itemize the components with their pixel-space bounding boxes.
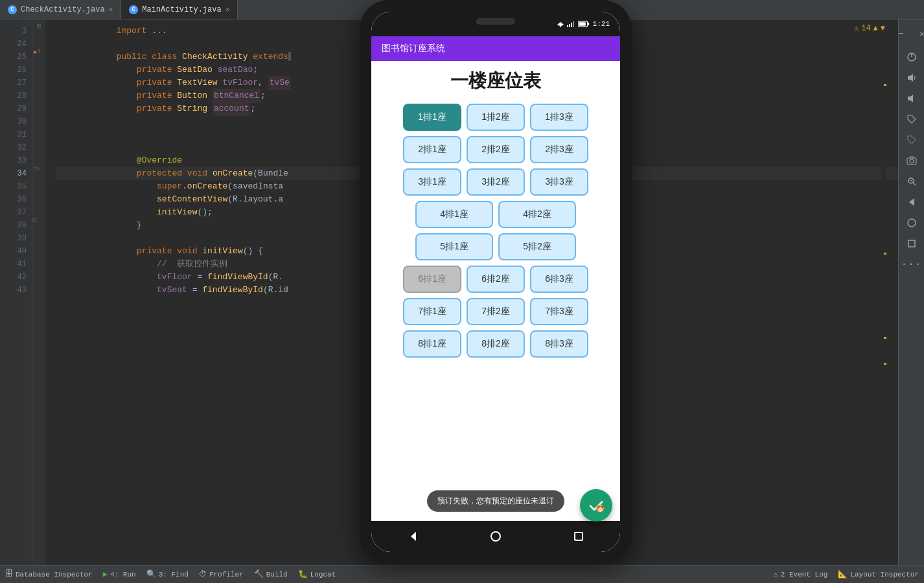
home-nav-button[interactable]	[903, 214, 921, 232]
build-label: Build	[266, 571, 288, 578]
seat-4-2[interactable]: 4排2座	[498, 201, 576, 228]
logcat-icon: 🐛	[298, 569, 308, 579]
profiler-label: Profiler	[209, 571, 244, 578]
erase-button[interactable]	[903, 131, 921, 149]
tag-button[interactable]	[903, 110, 921, 128]
seat-3-1[interactable]: 3排1座	[403, 168, 461, 196]
event-log-button[interactable]: ⚠ 2 Event Log	[774, 569, 828, 579]
fold-close-38[interactable]: ⊟	[32, 217, 36, 224]
profiler-button[interactable]: ⏱ Profiler	[199, 569, 244, 579]
nav-recent[interactable]	[569, 527, 588, 546]
recent-nav-button[interactable]	[903, 234, 921, 253]
tab-check-icon: C	[8, 5, 17, 14]
status-right: 1:21	[556, 20, 610, 28]
run-label: 4: Run	[110, 571, 136, 578]
line-num-35: 35	[0, 180, 27, 193]
fold-icon-34[interactable]: ▷	[36, 165, 40, 172]
gutter-24	[32, 32, 45, 45]
zoom-button[interactable]	[903, 172, 921, 190]
seat-7-2[interactable]: 7排2座	[467, 298, 525, 325]
svg-point-23	[491, 532, 500, 541]
nav-home[interactable]	[486, 527, 505, 546]
seat-1-1[interactable]: 1排1座	[403, 104, 461, 131]
volume-down-icon	[907, 93, 917, 104]
tab-check-close[interactable]: ✕	[109, 5, 113, 14]
zoom-icon	[907, 176, 917, 187]
database-label: Database Inspector	[16, 571, 93, 578]
fold-icon-3[interactable]: ⊞	[37, 22, 41, 30]
run-button[interactable]: ▶ 4: Run	[103, 569, 136, 579]
close-button[interactable]: ✕	[913, 25, 925, 43]
seat-3-3[interactable]: 3排3座	[530, 168, 588, 196]
tab-main-activity[interactable]: C MainActivity.java ✕	[121, 0, 238, 19]
phone-nav-bar	[371, 521, 620, 552]
line-num-37: 37	[0, 206, 27, 219]
logcat-button[interactable]: 🐛 Logcat	[298, 569, 336, 579]
warning-up-arrow[interactable]: ▲	[873, 24, 878, 33]
fab-button[interactable]: ⏰	[580, 489, 612, 521]
seat-8-2[interactable]: 8排2座	[467, 330, 525, 358]
line-num-36: 36	[0, 193, 27, 206]
gutter-37	[32, 201, 45, 214]
seat-row-7: 7排1座 7排2座 7排3座	[379, 298, 612, 325]
seat-6-2[interactable]: 6排2座	[467, 266, 525, 293]
tab-main-close[interactable]: ✕	[225, 5, 230, 14]
svg-marker-9	[909, 198, 914, 206]
status-left	[382, 21, 386, 28]
seat-4-1[interactable]: 4排1座	[415, 201, 493, 228]
minimize-button[interactable]: —	[892, 25, 910, 43]
nav-back[interactable]	[403, 527, 422, 546]
build-button[interactable]: 🔨 Build	[254, 569, 288, 579]
seat-8-1[interactable]: 8排1座	[403, 330, 461, 358]
back-icon	[907, 197, 917, 207]
seat-5-2[interactable]: 5排2座	[498, 233, 576, 260]
seat-2-3[interactable]: 2排3座	[530, 136, 588, 163]
layout-inspector-button[interactable]: 📐 Layout Inspector	[838, 569, 919, 579]
seat-row-1: 1排1座 1排2座 1排3座	[379, 104, 612, 131]
find-button[interactable]: 🔍 3: Find	[146, 569, 189, 579]
seat-row-4: 4排1座 4排2座	[379, 201, 612, 228]
phone-notch	[457, 12, 535, 30]
line-num-38: 38	[0, 219, 27, 232]
warning-down-arrow[interactable]: ▼	[881, 24, 885, 33]
seat-content[interactable]: 一楼座位表 1排1座 1排2座 1排3座 2排1座 2排2座 2排3座	[371, 61, 620, 521]
seat-5-1[interactable]: 5排1座	[415, 233, 493, 260]
gutter-43	[32, 279, 45, 292]
signal-icon	[567, 21, 576, 27]
back-nav-button[interactable]	[903, 193, 921, 211]
gutter-38: ⊟	[32, 214, 45, 227]
camera-button[interactable]	[903, 152, 921, 170]
seat-7-3[interactable]: 7排3座	[530, 298, 588, 325]
seat-7-1[interactable]: 7排1座	[403, 298, 461, 325]
tab-check-activity[interactable]: C CheckActivity.java ✕	[0, 0, 121, 19]
gutter-34: ↑ ▷	[32, 162, 45, 175]
volume-up-button[interactable]	[903, 69, 921, 87]
event-log-label: 2 Event Log	[781, 571, 828, 578]
svg-line-7	[913, 183, 916, 185]
svg-point-10	[908, 219, 916, 227]
seat-1-3[interactable]: 1排3座	[530, 104, 588, 131]
seat-row-5: 5排1座 5排2座	[379, 233, 612, 260]
gutter: ⊞ ▶ ! ↑ ▷ ⊟	[32, 19, 45, 565]
gutter-42	[32, 266, 45, 279]
more-options-button[interactable]: ···	[903, 255, 921, 273]
seat-6-3[interactable]: 6排3座	[530, 266, 588, 293]
gutter-fold-3[interactable]: ⊞	[32, 19, 45, 32]
line-num-3: 3	[0, 25, 27, 38]
gutter-36	[32, 188, 45, 201]
database-inspector-button[interactable]: 🗄 Database Inspector	[5, 569, 93, 579]
svg-rect-11	[908, 240, 915, 247]
seat-6-1[interactable]: 6排1座	[403, 266, 461, 293]
gutter-29	[32, 97, 45, 110]
svg-rect-15	[571, 23, 572, 27]
line-num-25: 25	[0, 51, 27, 63]
volume-down-button[interactable]	[903, 89, 921, 108]
run-icon: ▶	[103, 569, 108, 579]
warning-icon: ⚠	[854, 23, 859, 33]
seat-3-2[interactable]: 3排2座	[467, 168, 525, 196]
seat-2-2[interactable]: 2排2座	[467, 136, 525, 163]
seat-8-3[interactable]: 8排3座	[530, 330, 588, 358]
seat-2-1[interactable]: 2排1座	[403, 136, 461, 163]
seat-1-2[interactable]: 1排2座	[467, 104, 525, 131]
power-button[interactable]	[903, 48, 921, 66]
